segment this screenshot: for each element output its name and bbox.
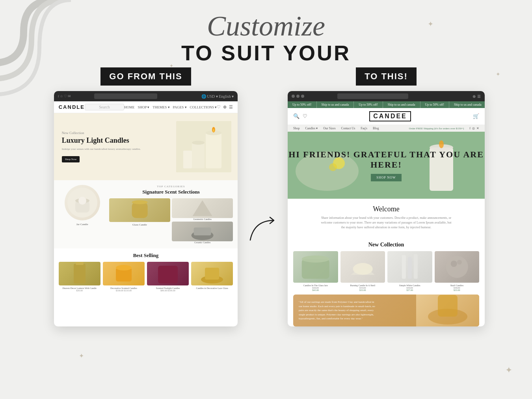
right-shop-now-button[interactable]: SHOP NOW bbox=[371, 174, 401, 181]
best-selling-title: Best Selling bbox=[59, 252, 233, 259]
best-item-1: Heaven Decor Lantern With Candle $30.00 bbox=[59, 262, 100, 292]
right-collection: New Collection Candles In The Glass Jars… bbox=[288, 242, 485, 291]
jar-candle-image bbox=[65, 185, 100, 220]
nav-shop: SHOP ▾ bbox=[138, 105, 149, 109]
best-selling-grid: Heaven Decor Lantern With Candle $30.00 … bbox=[59, 262, 233, 292]
right-hero-text: HI FRIENDS! GRATEFUL THAT YOU ARE HERE! … bbox=[288, 149, 485, 181]
sparkle-bottom-right: ✦ bbox=[505, 365, 512, 375]
geometric-candle: Geometric Candles bbox=[172, 198, 233, 220]
ticker-6: Ship to us and canada bbox=[449, 101, 485, 108]
fb-icon: f bbox=[469, 127, 471, 130]
best-item-3-image bbox=[147, 262, 189, 285]
ceramic-candle-label: Ceramic Candles bbox=[172, 241, 233, 244]
sec-blog: Blog bbox=[373, 127, 379, 130]
left-hero-desc: Indulge your senses with our handcrafted… bbox=[62, 147, 177, 151]
col-item-3-price: $37.00 bbox=[387, 289, 432, 291]
account-icon: ⊕ bbox=[223, 104, 227, 110]
svg-point-19 bbox=[116, 265, 132, 270]
left-hero-title: Luxury Light Candles bbox=[62, 136, 177, 145]
best-item-3-price: $89.00 $109.00 bbox=[147, 289, 189, 292]
svg-rect-1 bbox=[206, 133, 221, 168]
right-logo: CANDEE bbox=[369, 111, 411, 121]
header-script-text: Customize bbox=[0, 12, 532, 40]
arrow-area bbox=[246, 67, 286, 326]
sec-candles: Candles ▾ bbox=[305, 127, 318, 130]
header: Customize TO SUIT YOUR bbox=[0, 0, 532, 63]
svg-rect-20 bbox=[158, 266, 178, 283]
col-item-2-price: $33.00 bbox=[340, 289, 385, 291]
browser-dot-2 bbox=[296, 95, 299, 98]
sec-our-sizes: Our Sizes bbox=[323, 127, 335, 130]
left-logo: CANDLE bbox=[59, 104, 85, 110]
cart-icon: ☰ bbox=[229, 104, 233, 110]
glass-candle-label: Glass Candle bbox=[109, 223, 170, 226]
ig-icon: ◎ bbox=[472, 127, 475, 130]
col-item-3: Simple White Candles $40.00 $37.00 bbox=[387, 251, 432, 291]
right-quote-text: "All of our earrings are made from Polym… bbox=[299, 300, 378, 321]
social-icons-right: f ◎ ✕ bbox=[469, 127, 479, 130]
ticker-1: Up to 50% off! bbox=[288, 101, 317, 108]
svg-rect-12 bbox=[132, 202, 147, 218]
right-nav: 🔍 ♡ CANDEE 🛒 bbox=[288, 108, 485, 125]
ticker-5: Up to 50% off! bbox=[420, 101, 450, 108]
col-item-4-price: $33.00 bbox=[435, 289, 480, 291]
right-url-bar bbox=[337, 93, 408, 99]
svg-point-6 bbox=[192, 141, 205, 145]
col-item-1: Candles In The Glass Jars $45.00 $43.00 bbox=[293, 251, 338, 291]
ceramic-candle: Ceramic Candles bbox=[172, 222, 233, 244]
svg-point-31 bbox=[302, 255, 329, 263]
left-browser-bar: f ☆ ♡ ✉ 🌐 USD ▾ English ▾ bbox=[54, 91, 238, 101]
svg-point-32 bbox=[353, 263, 372, 275]
glass-candle-image bbox=[109, 198, 170, 222]
best-item-3: Scented Tealight Candles $89.00 $109.00 bbox=[147, 262, 189, 292]
right-collection-grid: Candles In The Glass Jars $45.00 $43.00 … bbox=[288, 251, 485, 291]
ticker-3: Up to 50% off! bbox=[354, 101, 383, 108]
shipping-notice: Order FREE Shipping (it's for orders ove… bbox=[409, 127, 464, 130]
sparkle-bottom-left: ✦ bbox=[79, 352, 84, 360]
geometric-candle-image bbox=[172, 198, 233, 218]
right-search-icon: 🔍 bbox=[293, 113, 299, 119]
top-categories-label: TOP CATEGORIES bbox=[109, 185, 233, 188]
left-url-bar bbox=[94, 93, 157, 99]
best-item-4: Candles in Decorative Lace Glass bbox=[191, 262, 233, 292]
glass-candle-col: Glass Candle bbox=[109, 198, 170, 244]
left-panel: GO FROM THIS f ☆ ♡ ✉ 🌐 USD ▾ English ▾ C… bbox=[45, 67, 246, 326]
ticker-2: Ship to us and canada bbox=[317, 101, 354, 108]
categories-title: Signature Scent Selections bbox=[109, 189, 233, 195]
nav-themes: THEMES ▾ bbox=[153, 105, 169, 109]
svg-rect-17 bbox=[76, 262, 84, 265]
svg-point-11 bbox=[78, 197, 86, 205]
left-panel-label: GO FROM THIS bbox=[100, 67, 191, 86]
geometric-candle-label: Geometric Candles bbox=[172, 218, 233, 220]
right-icon-2: ☰ bbox=[477, 94, 481, 99]
svg-point-13 bbox=[132, 200, 147, 204]
left-hero-text: New Collection Luxury Light Candles Indu… bbox=[62, 131, 177, 162]
nav-collections: COLLECTIONS ▾ bbox=[190, 105, 217, 109]
right-panel: TO THIS! ⊕ ☰ Up to 50% off! Ship to us a… bbox=[286, 67, 487, 326]
nav-home: HOME bbox=[124, 105, 135, 109]
best-item-4-image bbox=[191, 262, 233, 285]
left-search: Search bbox=[85, 104, 124, 110]
quote-right-bg bbox=[416, 295, 479, 326]
right-icon-1: ⊕ bbox=[472, 94, 476, 99]
header-bold-text: TO SUIT YOUR bbox=[0, 42, 532, 63]
best-item-2: Decorative Scented Candles $100.00 $110.… bbox=[103, 262, 145, 292]
social-icons: f ☆ ♡ ✉ bbox=[58, 94, 71, 98]
svg-rect-15 bbox=[194, 227, 211, 235]
right-quote: "All of our earrings are made from Polym… bbox=[293, 295, 479, 326]
nav-pages: PAGES ▾ bbox=[173, 105, 187, 109]
left-shop-now-button[interactable]: Shop Now bbox=[62, 156, 80, 162]
left-nav: CANDLE Search HOME SHOP ▾ THEMES ▾ PAGES… bbox=[54, 101, 238, 113]
best-item-2-image bbox=[103, 262, 145, 285]
sec-shop: Shop bbox=[293, 127, 299, 130]
jar-candle-item: Jar Candle bbox=[59, 185, 106, 244]
col-item-4: Skull Candles $48.00 $33.00 bbox=[435, 251, 480, 291]
right-hero: HI FRIENDS! GRATEFUL THAT YOU ARE HERE! … bbox=[288, 132, 485, 199]
sec-contact: Contact Us bbox=[341, 127, 355, 130]
categories-grid: Glass Candle Geometric Candles bbox=[109, 198, 233, 244]
left-categories: Jar Candle TOP CATEGORIES Signature Scen… bbox=[54, 180, 238, 248]
tw-icon: ✕ bbox=[476, 127, 479, 130]
browser-dot-3 bbox=[301, 95, 304, 98]
svg-rect-5 bbox=[192, 143, 205, 168]
right-heart-icon: ♡ bbox=[303, 113, 307, 119]
